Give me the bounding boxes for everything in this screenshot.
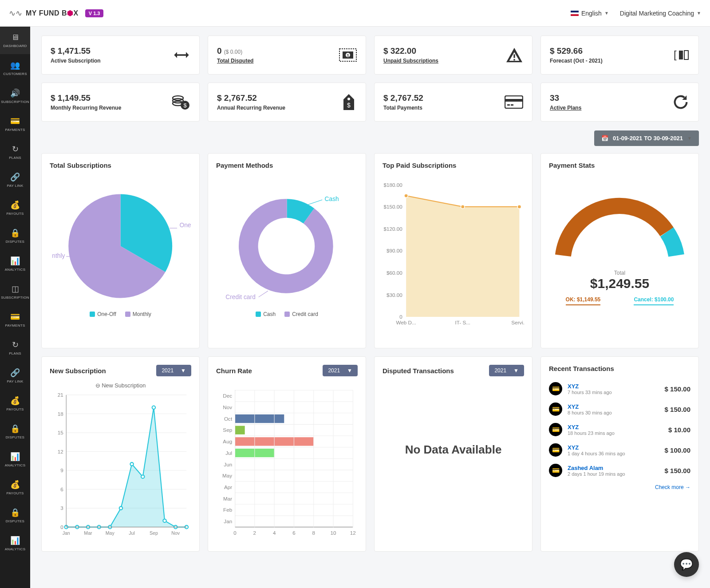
- sidebar-icon: 👥: [10, 60, 20, 70]
- kpi-card[interactable]: $ 529.66Forecast (Oct - 2021)[: [540, 36, 699, 75]
- svg-text:Oct: Oct: [224, 416, 233, 422]
- sidebar-icon: ↻: [12, 340, 19, 350]
- sidebar-item-subscription[interactable]: 🔊Subscription: [0, 82, 30, 110]
- sidebar-item-customers[interactable]: 👥Customers: [0, 54, 30, 82]
- account-selector[interactable]: Digital Marketing Coaching ▼: [620, 10, 701, 17]
- sidebar-item-disputes[interactable]: 🔒Disputes: [0, 418, 30, 446]
- sidebar-item-plans[interactable]: ↻Plans: [0, 334, 30, 362]
- no-data-message: No Data Available: [383, 443, 524, 457]
- version-badge: V 1.3: [85, 9, 104, 17]
- legend-item: Credit card: [284, 311, 318, 317]
- chart-row-2: New Subscription 2021▼ ⊖ New Subscriptio…: [41, 356, 699, 552]
- kpi-value: 33: [550, 93, 581, 103]
- transaction-row[interactable]: 💳XYZ18 hours 23 mins ago$ 10.00: [549, 419, 690, 440]
- sidebar-item-payouts[interactable]: 💰Payouts: [0, 474, 30, 501]
- svg-line-27: [259, 291, 268, 297]
- kpi-card[interactable]: $ 1,471.55Active Subscription: [41, 36, 200, 75]
- sidebar-icon: 💳: [10, 312, 20, 322]
- year-selector[interactable]: 2021▼: [323, 365, 358, 376]
- sidebar-item-analytics[interactable]: 📊Analytics: [0, 529, 30, 557]
- sidebar-label: Payments: [5, 324, 25, 328]
- sidebar-label: Disputes: [6, 519, 24, 523]
- chat-icon: 💬: [680, 558, 693, 568]
- logo-text: MY FUND B⬢X: [26, 9, 79, 17]
- sidebar-item-payouts[interactable]: 💰Payouts: [0, 194, 30, 222]
- svg-rect-84: [235, 414, 284, 423]
- svg-text:nthly: nthly: [52, 252, 65, 259]
- sidebar-item-pay-link[interactable]: 🔗Pay Link: [0, 166, 30, 194]
- svg-text:12: 12: [58, 449, 63, 454]
- transaction-row[interactable]: 💳XYZ7 hours 33 mins ago$ 150.00: [549, 379, 690, 399]
- kpi-icon: [505, 95, 523, 109]
- kpi-card[interactable]: $ 2,767.52Total Payments: [374, 83, 532, 122]
- year-selector[interactable]: 2021▼: [156, 365, 191, 376]
- svg-text:Mar: Mar: [223, 496, 232, 501]
- sidebar-label: Payments: [5, 128, 25, 132]
- kpi-card[interactable]: $ 322.00Unpaid Subscriptions: [374, 36, 532, 75]
- sidebar-item-analytics[interactable]: 📊Analytics: [0, 250, 30, 278]
- sidebar-item-disputes[interactable]: 🔒Disputes: [0, 222, 30, 250]
- kpi-card[interactable]: $ 2,767.52Annual Recurring Revenue$: [208, 83, 366, 122]
- card-icon: 💳: [549, 403, 562, 416]
- sidebar-label: Pay Link: [7, 184, 23, 188]
- sidebar-label: Customers: [3, 72, 27, 76]
- kpi-icon: [: [672, 48, 690, 62]
- svg-rect-7: [679, 51, 683, 59]
- sidebar-label: Payouts: [6, 491, 24, 495]
- card-icon: 💳: [549, 423, 562, 436]
- sidebar-item-plans[interactable]: ↻Plans: [0, 138, 30, 166]
- chart-title: Payment Stats: [549, 162, 690, 169]
- svg-point-67: [163, 519, 166, 522]
- pie-chart: One nthly: [50, 175, 191, 308]
- svg-line-25: [308, 200, 322, 205]
- sidebar-item-analytics[interactable]: 📊Analytics: [0, 446, 30, 474]
- svg-text:Sep: Sep: [223, 427, 232, 433]
- check-more-link[interactable]: Check more →: [549, 484, 690, 490]
- sidebar-item-subscription[interactable]: ◫Subscription: [0, 278, 30, 306]
- sidebar-item-dashboard[interactable]: 🖥Dashboard: [0, 27, 30, 54]
- tx-amount: $ 150.00: [665, 385, 690, 393]
- tx-time: 7 hours 33 mins ago: [568, 390, 659, 395]
- year-selector[interactable]: 2021▼: [489, 365, 524, 376]
- sidebar-item-payments[interactable]: 💳Payments: [0, 306, 30, 334]
- legend: One-Off Monthly: [50, 311, 191, 317]
- date-range-selector[interactable]: 📅 01-09-2021 TO 30-09-2021 ▼: [594, 130, 699, 146]
- svg-text:Cash: Cash: [325, 195, 339, 202]
- kpi-label: Annual Recurring Revenue: [217, 105, 285, 111]
- legend-item: Monthly: [125, 311, 151, 317]
- tx-amount: $ 150.00: [665, 406, 690, 413]
- svg-text:Nov: Nov: [171, 530, 180, 536]
- transaction-row[interactable]: 💳Zashed Alam2 days 1 hour 19 mins ago$ 1…: [549, 460, 690, 481]
- sidebar-label: Dashboard: [3, 44, 27, 48]
- svg-text:Servi...: Servi...: [511, 320, 524, 325]
- svg-text:May: May: [222, 473, 232, 478]
- kpi-value: 0 ($ 0.00): [217, 46, 253, 56]
- sidebar-item-payouts[interactable]: 💰Payouts: [0, 390, 30, 418]
- sidebar-item-disputes[interactable]: 🔒Disputes: [0, 501, 30, 529]
- main-content: $ 1,471.55Active Subscription0 ($ 0.00)T…: [30, 27, 710, 568]
- sidebar-item-payments[interactable]: 💳Payments: [0, 110, 30, 138]
- chart-title: Top Paid Subscriptions: [383, 162, 524, 169]
- kpi-card[interactable]: 0 ($ 0.00)Total Disputed$: [208, 36, 366, 75]
- transaction-row[interactable]: 💳XYZ1 day 4 hours 36 mins ago$ 100.00: [549, 440, 690, 460]
- kpi-card[interactable]: 33Active Plans: [540, 83, 699, 122]
- svg-text:IT- S...: IT- S...: [455, 320, 470, 325]
- kpi-label: Active Plans: [550, 105, 581, 111]
- transaction-row[interactable]: 💳XYZ8 hours 30 mins ago$ 150.00: [549, 399, 690, 419]
- svg-text:6: 6: [292, 530, 296, 536]
- svg-text:⊖ New Subscription: ⊖ New Subscription: [95, 382, 146, 389]
- logo[interactable]: ∿∿ MY FUND B⬢X: [9, 8, 79, 18]
- language-selector[interactable]: English ▼: [571, 10, 609, 17]
- sidebar-item-pay-link[interactable]: 🔗Pay Link: [0, 362, 30, 390]
- date-range-text: 01-09-2021 TO 30-09-2021: [613, 135, 683, 142]
- svg-text:2: 2: [253, 530, 256, 536]
- card-icon: 💳: [549, 443, 562, 457]
- sidebar-icon: 📊: [10, 536, 20, 545]
- line-chart: 0$30.00$60.00$90.00$120.00$150.00$180.00…: [383, 175, 524, 326]
- kpi-label: Total Payments: [383, 105, 423, 111]
- svg-text:Dec: Dec: [223, 393, 232, 399]
- kpi-label: Forecast (Oct - 2021): [550, 58, 603, 64]
- svg-point-64: [130, 462, 133, 466]
- tx-amount: $ 10.00: [668, 426, 690, 434]
- kpi-card[interactable]: $ 1,149.55Monthly Recurring Revenue$: [41, 83, 200, 122]
